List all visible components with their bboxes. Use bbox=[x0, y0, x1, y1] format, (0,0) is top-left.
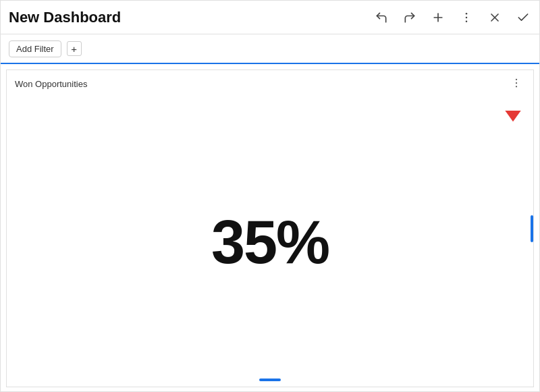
add-plus-button[interactable]: + bbox=[67, 41, 82, 56]
svg-point-4 bbox=[466, 20, 468, 22]
widget-header: Won Opportunities bbox=[7, 70, 533, 98]
trend-indicator bbox=[504, 106, 522, 128]
widget-card: Won Opportunities 35% bbox=[6, 69, 534, 387]
add-filter-label: Add Filter bbox=[16, 44, 54, 54]
close-button[interactable] bbox=[487, 9, 503, 26]
widget-title: Won Opportunities bbox=[15, 79, 87, 89]
check-icon bbox=[516, 11, 530, 24]
add-button[interactable] bbox=[430, 9, 446, 26]
undo-button[interactable] bbox=[373, 9, 389, 26]
pagination-indicator bbox=[259, 379, 281, 381]
redo-button[interactable] bbox=[402, 9, 418, 26]
svg-point-9 bbox=[516, 86, 517, 87]
scroll-indicator bbox=[531, 215, 533, 242]
svg-point-8 bbox=[516, 82, 517, 84]
svg-point-2 bbox=[466, 12, 468, 14]
close-icon bbox=[488, 11, 502, 24]
more-button[interactable] bbox=[458, 9, 475, 26]
widget-menu-button[interactable] bbox=[508, 76, 525, 92]
down-arrow-icon bbox=[504, 106, 522, 125]
widget-more-icon bbox=[510, 77, 522, 89]
metric-value: 35% bbox=[211, 208, 329, 277]
undo-icon bbox=[375, 11, 388, 24]
more-icon bbox=[460, 11, 473, 24]
confirm-button[interactable] bbox=[515, 9, 531, 26]
add-icon bbox=[431, 11, 445, 24]
toolbar: Add Filter + bbox=[1, 34, 539, 64]
add-filter-button[interactable]: Add Filter bbox=[9, 40, 61, 57]
page-title: New Dashboard bbox=[9, 9, 121, 26]
widget-body: 35% bbox=[7, 98, 533, 387]
widget-area: Won Opportunities 35% bbox=[1, 64, 539, 392]
redo-icon bbox=[403, 11, 416, 24]
plus-icon: + bbox=[71, 43, 77, 55]
svg-point-3 bbox=[466, 16, 468, 18]
svg-marker-10 bbox=[505, 111, 520, 121]
header-actions bbox=[373, 9, 531, 26]
header: New Dashboard bbox=[1, 1, 539, 34]
svg-point-7 bbox=[516, 79, 517, 80]
